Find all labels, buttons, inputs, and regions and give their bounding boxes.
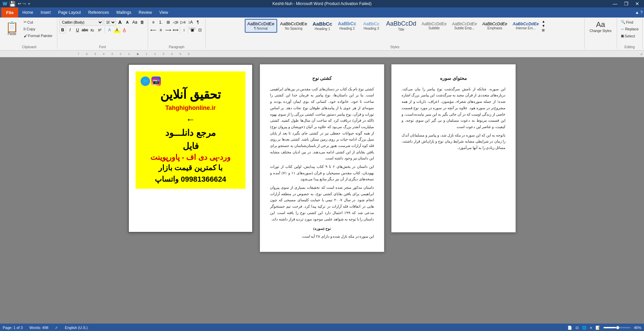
- view-menu-item[interactable]: View: [156, 9, 172, 16]
- increase-indent-button[interactable]: ▷≡: [180, 19, 186, 26]
- view-fullscreen-button[interactable]: ⊡: [576, 326, 579, 330]
- font-color-button[interactable]: A: [121, 27, 128, 33]
- zoom-level[interactable]: 46%: [634, 326, 641, 330]
- select-button[interactable]: ▣ Select: [619, 33, 640, 39]
- sort-button[interactable]: ↕A: [187, 19, 194, 26]
- numbering-button[interactable]: 1.: [157, 19, 164, 26]
- view-print-button[interactable]: 📄: [567, 326, 572, 330]
- document-area[interactable]: 📷 🐦 تحقیق آنلاین Tahghighonline.ir ← مرج…: [0, 57, 644, 324]
- redo-icon[interactable]: ↪: [23, 1, 26, 6]
- change-styles-button[interactable]: Aa Change Styles: [587, 19, 615, 34]
- subscript-button[interactable]: x₂: [89, 27, 96, 33]
- grow-font-button[interactable]: A: [117, 19, 123, 26]
- style-emphasis-label: Emphasis: [488, 26, 502, 30]
- review-menu-item[interactable]: Review: [135, 9, 155, 16]
- page-3: محتوای سوره این سوره، چنانکه از نامش سرگ…: [391, 64, 516, 233]
- undo-icon[interactable]: ↩: [18, 1, 21, 6]
- language-info[interactable]: English (U.S.): [65, 326, 88, 330]
- strikethrough-button[interactable]: abc: [82, 27, 88, 33]
- style-no-spacing[interactable]: AaBbCcDdEe No Spacing: [278, 19, 310, 33]
- font-size-select[interactable]: 16: [104, 19, 116, 26]
- align-left-button[interactable]: ⟵: [150, 27, 157, 33]
- shrink-font-button[interactable]: A: [124, 19, 131, 26]
- format-painter-button[interactable]: 🖌 Format Painter: [22, 33, 54, 39]
- poster-phone: 09981366624 واتساپ: [141, 175, 240, 184]
- borders-button[interactable]: ⊡: [197, 27, 203, 33]
- underline-button[interactable]: U: [74, 27, 81, 33]
- ribbon-minimize-icon[interactable]: ▲: [635, 10, 639, 15]
- decrease-indent-button[interactable]: ◁≡: [172, 19, 179, 26]
- view-web-button[interactable]: 🌐: [582, 326, 587, 330]
- copy-button[interactable]: ⎘ Copy: [22, 26, 54, 32]
- bold-button[interactable]: B: [59, 27, 66, 33]
- styles-scroll-down[interactable]: ▼: [542, 24, 545, 28]
- ruler-toggle[interactable]: ⊿: [640, 52, 643, 56]
- show-hide-button[interactable]: ¶: [195, 19, 201, 26]
- page2-title: کشتی نوح: [270, 74, 374, 83]
- find-button[interactable]: 🔍 Find: [619, 19, 640, 25]
- font-group: Calibri (Body) 16 A A Aa 🗑 B I U abc x₂ …: [57, 18, 148, 49]
- style-subtle-em[interactable]: AaBbCcDdEe Subtle Emp...: [449, 19, 479, 33]
- page-1: 📷 🐦 تحقیق آنلاین Tahghighonline.ir ← مرج…: [128, 64, 253, 233]
- center-button[interactable]: ≡: [157, 27, 164, 33]
- close-button[interactable]: ✕: [633, 1, 641, 6]
- zoom-slider[interactable]: [604, 327, 631, 328]
- italic-button[interactable]: I: [67, 27, 74, 33]
- words-info: Words: 498: [29, 326, 48, 330]
- styles-expand[interactable]: ⊞: [542, 28, 545, 32]
- cut-label: Cut: [27, 20, 33, 24]
- page2-para4: این سوره در مکه نازل شده و دارای ۲۸ آیه …: [270, 233, 374, 240]
- file-menu-button[interactable]: File: [1, 7, 18, 18]
- replace-button[interactable]: ↔ Replace: [619, 26, 640, 32]
- styles-group-label: Styles: [206, 45, 584, 49]
- style-intense-em[interactable]: AaBbCcDdEe Intense Em...: [510, 19, 541, 33]
- divider: [105, 27, 105, 33]
- minimize-button[interactable]: —: [611, 1, 619, 6]
- style-heading2[interactable]: AaBbCc Heading 2: [335, 19, 359, 33]
- find-icon: 🔍: [621, 20, 625, 24]
- style-heading2-preview: AaBbCc: [338, 21, 356, 27]
- poster-file: فایل: [141, 141, 240, 151]
- replace-icon: ↔: [621, 27, 624, 31]
- page-layout-menu-item[interactable]: Page Layout: [55, 9, 84, 16]
- view-draft-button[interactable]: 📝: [595, 326, 600, 330]
- change-case-button[interactable]: Aa: [131, 19, 138, 26]
- line-spacing-button[interactable]: ↕: [181, 27, 187, 33]
- styles-scroll-up[interactable]: ▲: [542, 20, 545, 23]
- style-title[interactable]: AaBbCcDd Title: [384, 19, 418, 33]
- multilevel-button[interactable]: ⊞: [165, 19, 172, 26]
- shading-button[interactable]: ▣: [189, 27, 196, 33]
- style-heading3[interactable]: AaBbCc Heading 3: [359, 19, 383, 33]
- home-menu-item[interactable]: Home: [19, 9, 36, 16]
- insert-menu-item[interactable]: Insert: [37, 9, 54, 16]
- help-icon[interactable]: ?: [640, 10, 643, 15]
- style-no-spacing-label: No Spacing: [285, 27, 302, 30]
- text-highlight-button[interactable]: A: [114, 27, 120, 33]
- maximize-button[interactable]: ❐: [622, 1, 631, 6]
- font-name-select[interactable]: Calibri (Body): [59, 19, 103, 26]
- style-subtitle[interactable]: AaBbCcDdEe Subtitle: [419, 19, 449, 33]
- paste-button[interactable]: 📋 Paste: [3, 21, 21, 37]
- format-painter-icon: 🖌: [24, 34, 27, 38]
- justify-button[interactable]: ⟺: [172, 27, 179, 33]
- menu-bar: File Home Insert Page Layout References …: [0, 7, 644, 18]
- spell-check-icon[interactable]: ✓: [55, 326, 58, 330]
- style-heading1[interactable]: AaBbCc Heading 1: [310, 19, 334, 33]
- save-icon[interactable]: 💾: [9, 1, 16, 7]
- bullets-button[interactable]: ≡: [150, 19, 157, 26]
- style-emphasis[interactable]: AaBbCcDdEe Emphasis: [480, 19, 509, 33]
- clear-format-button[interactable]: 🗑: [139, 19, 146, 26]
- superscript-button[interactable]: x²: [96, 27, 103, 33]
- style-normal-label: ¶ Normal: [254, 27, 267, 30]
- page3-para1: این سوره، چنانکه از نامش سرگذشت نوح پیام…: [402, 86, 505, 130]
- cut-button[interactable]: ✂ Cut: [22, 19, 54, 25]
- align-right-button[interactable]: ⟶: [165, 27, 172, 33]
- references-menu-item[interactable]: References: [85, 9, 112, 16]
- page-2: کشتی نوح کشتی نوح نام یک کتاب در دستان‌ه…: [260, 64, 384, 252]
- view-outline-button[interactable]: ≡: [590, 326, 592, 330]
- text-effects-button[interactable]: A: [106, 27, 113, 33]
- mailings-menu-item[interactable]: Mailings: [113, 9, 135, 16]
- dropdown-icon[interactable]: ▼: [27, 2, 31, 6]
- poster-content: 📷 🐦 تحقیق آنلاین Tahghighonline.ir ← مرج…: [136, 71, 245, 189]
- style-normal[interactable]: AaBbCcDdEe ¶ Normal: [245, 19, 277, 33]
